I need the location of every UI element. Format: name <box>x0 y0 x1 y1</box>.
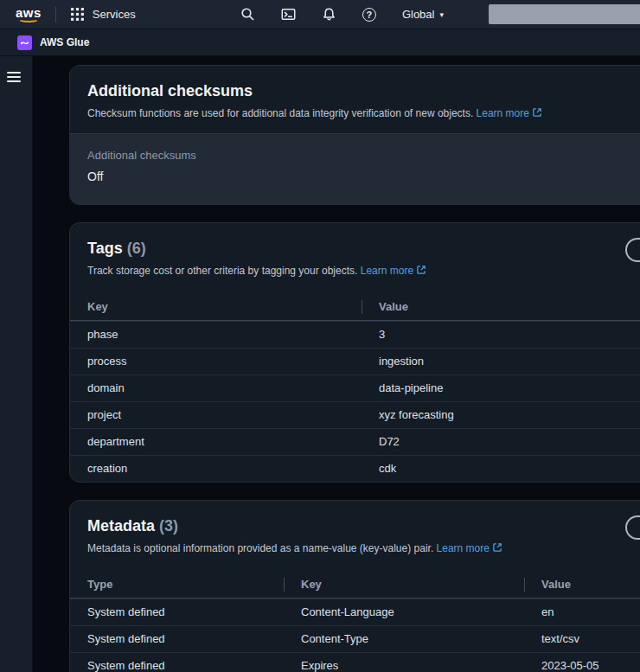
panel-title: Additional checksums <box>87 81 640 100</box>
metadata-count: (3) <box>159 517 178 534</box>
panel-title: Tags (6) <box>87 239 640 258</box>
hamburger-icon <box>7 72 21 74</box>
panel-title: Metadata (3) <box>87 516 640 535</box>
app-breadcrumb-bar: AWS Glue <box>0 29 640 56</box>
panel-tags: Tags (6) Track storage cost or other cri… <box>69 222 640 483</box>
cell-value: xyz forecasting <box>362 402 640 428</box>
table-row: creation cdk <box>70 455 640 482</box>
column-header-value[interactable]: Value <box>524 572 640 598</box>
notifications-button[interactable] <box>322 7 336 22</box>
table-row: domain data-pipeline <box>70 374 640 401</box>
table-row: System defined Expires 2023-05-05 <box>70 652 640 672</box>
cell-key: process <box>70 349 362 374</box>
cell-key: phase <box>70 322 362 348</box>
cell-value: text/csv <box>524 626 640 652</box>
external-link-icon <box>492 542 502 553</box>
table-row: process ingestion <box>70 348 640 374</box>
top-navigation-bar: aws Services <box>0 0 640 29</box>
topbar-divider <box>55 7 56 22</box>
cloudshell-icon <box>281 7 296 22</box>
cell-key: department <box>70 429 362 455</box>
external-link-icon <box>416 265 426 275</box>
checksums-field-label: Additional checksums <box>87 149 640 162</box>
table-header-row: Key Value <box>70 294 640 321</box>
cell-value: data-pipeline <box>362 375 640 401</box>
services-label: Services <box>93 8 136 21</box>
cell-key: domain <box>70 375 362 401</box>
table-row: System defined Content-Type text/csv <box>70 625 640 652</box>
cell-value: en <box>524 599 640 625</box>
column-header-type[interactable]: Type <box>70 572 284 598</box>
table-row: department D72 <box>70 428 640 455</box>
side-navigation <box>0 56 33 672</box>
panel-description: Checksum functions are used for addition… <box>87 106 640 120</box>
tags-table: Key Value phase 3 process ingestion doma… <box>70 294 640 482</box>
cloudshell-button[interactable] <box>281 7 296 22</box>
grid-icon <box>70 7 85 22</box>
cell-key: Content-Language <box>284 599 524 625</box>
cell-value: D72 <box>362 429 640 455</box>
panel-header: Additional checksums Checksum functions … <box>70 66 640 133</box>
cell-key: project <box>70 402 362 428</box>
cell-value: 3 <box>362 322 640 348</box>
checksums-field-value: Off <box>87 170 640 183</box>
cell-key: creation <box>70 456 362 482</box>
aws-glue-icon <box>17 35 32 50</box>
region-label: Global <box>402 8 435 21</box>
cell-type: System defined <box>70 653 284 672</box>
learn-more-link[interactable]: Learn more <box>361 265 426 277</box>
tags-count: (6) <box>127 240 146 257</box>
topbar-right-group: ? Global ▾ <box>240 4 640 24</box>
panel-description: Track storage cost or other criteria by … <box>87 264 640 278</box>
panel-additional-checksums: Additional checksums Checksum functions … <box>69 65 640 205</box>
aws-logo-swoosh <box>18 16 39 22</box>
cell-type: System defined <box>70 599 284 625</box>
cell-value: cdk <box>362 456 640 482</box>
metadata-table: Type Key Value System defined Content-La… <box>70 572 640 672</box>
learn-more-link[interactable]: Learn more <box>477 107 542 119</box>
services-menu-button[interactable]: Services <box>70 7 136 22</box>
bell-icon <box>322 7 336 22</box>
panel-header: Metadata (3) Metadata is optional inform… <box>70 501 640 568</box>
help-icon: ? <box>362 8 376 22</box>
table-header-row: Type Key Value <box>70 572 640 598</box>
table-row: phase 3 <box>70 321 640 348</box>
cell-value: 2023-05-05 <box>524 653 640 672</box>
column-header-key[interactable]: Key <box>284 572 524 598</box>
learn-more-link[interactable]: Learn more <box>437 542 502 554</box>
cell-key: Expires <box>284 653 524 672</box>
help-button[interactable]: ? <box>362 8 376 22</box>
main-content: Additional checksums Checksum functions … <box>33 56 640 672</box>
panel-description: Metadata is optional information provide… <box>87 541 640 555</box>
column-header-key[interactable]: Key <box>70 294 362 320</box>
menu-toggle-button[interactable] <box>7 68 26 86</box>
checksums-field-section: Additional checksums Off <box>70 133 640 204</box>
app-title[interactable]: AWS Glue <box>40 36 89 48</box>
column-header-value[interactable]: Value <box>362 294 640 320</box>
cell-type: System defined <box>70 626 284 652</box>
chevron-down-icon: ▾ <box>439 10 444 19</box>
cell-value: ingestion <box>362 349 640 374</box>
panel-metadata: Metadata (3) Metadata is optional inform… <box>69 500 640 672</box>
external-link-icon <box>532 107 542 118</box>
aws-logo[interactable]: aws <box>16 7 42 22</box>
region-selector[interactable]: Global ▾ <box>402 8 444 21</box>
search-icon <box>240 7 255 22</box>
table-row: System defined Content-Language en <box>70 598 640 625</box>
search-button[interactable] <box>240 7 255 22</box>
panel-header: Tags (6) Track storage cost or other cri… <box>70 223 640 291</box>
table-row: project xyz forecasting <box>70 401 640 428</box>
cell-key: Content-Type <box>284 626 524 652</box>
account-menu-redacted[interactable] <box>489 4 640 24</box>
